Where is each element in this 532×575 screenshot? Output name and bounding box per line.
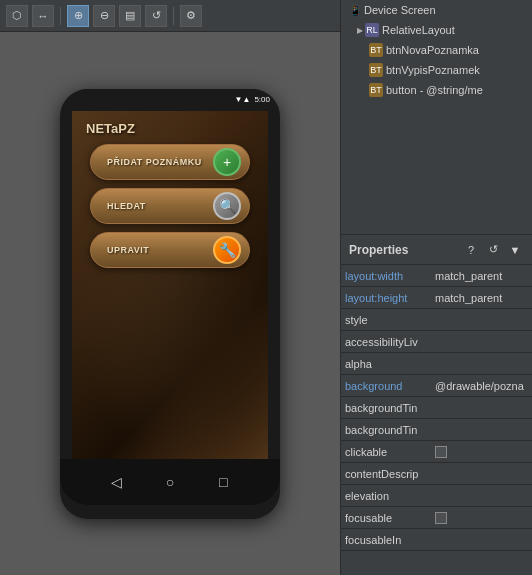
prop-row-layout-height[interactable]: layout:height match_parent xyxy=(341,287,532,309)
prop-row-layout-width[interactable]: layout:width match_parent xyxy=(341,265,532,287)
prop-value-background: @drawable/pozna xyxy=(435,380,528,392)
button-label: button - @string/me xyxy=(386,84,483,96)
focusable-checkbox[interactable] xyxy=(435,512,447,524)
widget-icon-1: BT xyxy=(369,43,383,57)
right-panel: 📱 Device Screen ▶ RL RelativeLayout BT b… xyxy=(340,0,532,575)
search-icon: 🔍 xyxy=(213,192,241,220)
fit-screen-button[interactable]: ⬡ xyxy=(6,5,28,27)
properties-toolbar: ? ↺ ▼ xyxy=(462,241,524,259)
resize-button[interactable]: ↔ xyxy=(32,5,54,27)
prop-row-focusable-in[interactable]: focusableIn xyxy=(341,529,532,551)
settings-button[interactable]: ⚙ xyxy=(180,5,202,27)
nav-bar: ◁ ○ □ xyxy=(60,459,280,505)
device-screen: ▼▲ 5:00 NETaPZ PŘIDAT POZNÁMKU + HLEDA xyxy=(60,89,280,519)
device-screen-label: Device Screen xyxy=(364,4,436,16)
zoom-out-button[interactable]: ⊖ xyxy=(93,5,115,27)
prop-row-background[interactable]: background @drawable/pozna xyxy=(341,375,532,397)
prop-row-background-tint-2[interactable]: backgroundTin xyxy=(341,419,532,441)
prop-name-focusable-in: focusableIn xyxy=(345,534,435,546)
prop-name-focusable: focusable xyxy=(345,512,435,524)
prop-row-background-tint-1[interactable]: backgroundTin xyxy=(341,397,532,419)
expand-icon: ▶ xyxy=(357,26,363,35)
properties-title: Properties xyxy=(349,243,408,257)
back-button[interactable]: ◁ xyxy=(106,471,128,493)
prop-row-content-descrip[interactable]: contentDescrip xyxy=(341,463,532,485)
component-tree: 📱 Device Screen ▶ RL RelativeLayout BT b… xyxy=(341,0,532,235)
properties-help-button[interactable]: ? xyxy=(462,241,480,259)
prop-name-alpha: alpha xyxy=(345,358,435,370)
prop-name-clickable: clickable xyxy=(345,446,435,458)
home-button[interactable]: ○ xyxy=(159,471,181,493)
status-bar: ▼▲ 5:00 xyxy=(60,89,280,111)
tree-item-btn-nova-poznamka[interactable]: BT btnNovaPoznamka xyxy=(341,40,532,60)
edit-button[interactable]: UPRAVIT 🔧 xyxy=(90,232,250,268)
layout-icon: RL xyxy=(365,23,379,37)
prop-row-alpha[interactable]: alpha xyxy=(341,353,532,375)
prop-name-style: style xyxy=(345,314,435,326)
btn-vypis-poznamek-label: btnVypisPoznamek xyxy=(386,64,480,76)
toolbar-separator-1 xyxy=(60,7,61,25)
tree-item-btn-vypis-poznamek[interactable]: BT btnVypisPoznamek xyxy=(341,60,532,80)
widget-icon-2: BT xyxy=(369,63,383,77)
prop-name-background-tint-1: backgroundTin xyxy=(345,402,435,414)
prop-name-background-tint-2: backgroundTin xyxy=(345,424,435,436)
screen-content: NETaPZ PŘIDAT POZNÁMKU + HLEDAT 🔍 UPRAVI… xyxy=(72,111,268,274)
device-screen-icon: 📱 xyxy=(349,5,361,16)
prop-name-accessibility: accessibilityLiv xyxy=(345,336,435,348)
add-note-label: PŘIDAT POZNÁMKU xyxy=(107,157,202,167)
tree-item-relativelayout[interactable]: ▶ RL RelativeLayout xyxy=(341,20,532,40)
add-note-icon: + xyxy=(213,148,241,176)
signal-icon: ▼▲ xyxy=(235,95,251,104)
prop-row-elevation[interactable]: elevation xyxy=(341,485,532,507)
refresh-button[interactable]: ↺ xyxy=(145,5,167,27)
tree-item-device-screen[interactable]: 📱 Device Screen xyxy=(341,0,532,20)
properties-header: Properties ? ↺ ▼ xyxy=(341,235,532,265)
status-icons: ▼▲ 5:00 xyxy=(235,95,270,104)
time-display: 5:00 xyxy=(254,95,270,104)
widget-icon-3: BT xyxy=(369,83,383,97)
prop-name-layout-height: layout:height xyxy=(345,292,435,304)
btn-nova-poznamka-label: btnNovaPoznamka xyxy=(386,44,479,56)
app-title: NETaPZ xyxy=(86,121,135,136)
left-panel: ⬡ ↔ ⊕ ⊖ ▤ ↺ ⚙ ▼▲ 5:00 NETaPZ xyxy=(0,0,340,575)
prop-name-content-descrip: contentDescrip xyxy=(345,468,435,480)
zoom-in-button[interactable]: ⊕ xyxy=(67,5,89,27)
relativelayout-label: RelativeLayout xyxy=(382,24,455,36)
prop-value-layout-height: match_parent xyxy=(435,292,528,304)
prop-row-accessibility[interactable]: accessibilityLiv xyxy=(341,331,532,353)
prop-row-focusable[interactable]: focusable xyxy=(341,507,532,529)
prop-row-clickable[interactable]: clickable xyxy=(341,441,532,463)
edit-label: UPRAVIT xyxy=(107,245,149,255)
prop-name-background: background xyxy=(345,380,435,392)
prop-name-elevation: elevation xyxy=(345,490,435,502)
properties-list: layout:width match_parent layout:height … xyxy=(341,265,532,575)
toolbar-separator-2 xyxy=(173,7,174,25)
search-label: HLEDAT xyxy=(107,201,146,211)
clickable-checkbox[interactable] xyxy=(435,446,447,458)
prop-value-layout-width: match_parent xyxy=(435,270,528,282)
properties-reset-button[interactable]: ↺ xyxy=(484,241,502,259)
add-note-button[interactable]: PŘIDAT POZNÁMKU + xyxy=(90,144,250,180)
grid-button[interactable]: ▤ xyxy=(119,5,141,27)
toolbar: ⬡ ↔ ⊕ ⊖ ▤ ↺ ⚙ xyxy=(0,0,340,32)
phone-screen: NETaPZ PŘIDAT POZNÁMKU + HLEDAT 🔍 UPRAVI… xyxy=(72,111,268,459)
properties-filter-button[interactable]: ▼ xyxy=(506,241,524,259)
edit-icon: 🔧 xyxy=(213,236,241,264)
prop-name-layout-width: layout:width xyxy=(345,270,435,282)
phone-preview-area: ▼▲ 5:00 NETaPZ PŘIDAT POZNÁMKU + HLEDA xyxy=(0,32,340,575)
search-button[interactable]: HLEDAT 🔍 xyxy=(90,188,250,224)
recent-button[interactable]: □ xyxy=(212,471,234,493)
prop-row-style[interactable]: style xyxy=(341,309,532,331)
tree-item-button[interactable]: BT button - @string/me xyxy=(341,80,532,100)
